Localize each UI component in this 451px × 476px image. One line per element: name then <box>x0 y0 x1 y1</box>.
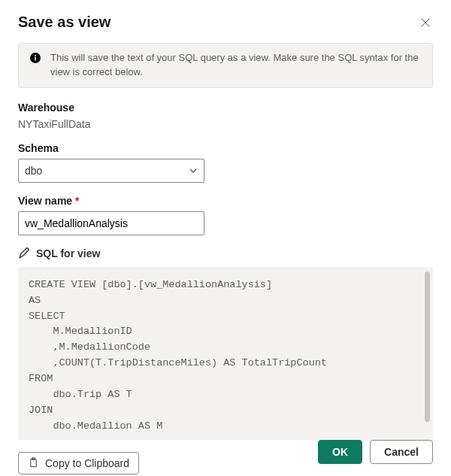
schema-label: Schema <box>18 142 433 154</box>
sql-edit-icon <box>18 247 30 259</box>
info-banner: This will save the text of your SQL quer… <box>18 43 433 88</box>
svg-rect-4 <box>35 55 36 56</box>
cancel-button[interactable]: Cancel <box>370 440 433 464</box>
viewname-input[interactable] <box>18 211 204 235</box>
schema-select[interactable]: dbo <box>18 159 204 183</box>
svg-rect-3 <box>35 57 36 61</box>
sql-code-box: CREATE VIEW [dbo].[vw_MedallionAnalysis]… <box>18 267 433 440</box>
clipboard-icon <box>28 457 39 468</box>
ok-button[interactable]: OK <box>318 440 362 464</box>
warehouse-value: NYTaxiFullData <box>18 118 433 130</box>
copy-to-clipboard-button[interactable]: Copy to Clipboard <box>18 452 139 474</box>
info-text: This will save the text of your SQL quer… <box>50 51 422 80</box>
warehouse-label: Warehouse <box>18 102 433 114</box>
viewname-label: View name * <box>18 195 433 207</box>
close-button[interactable] <box>418 15 433 30</box>
sql-code-scroll[interactable]: CREATE VIEW [dbo].[vw_MedallionAnalysis]… <box>29 277 422 429</box>
sql-code-text: CREATE VIEW [dbo].[vw_MedallionAnalysis]… <box>29 277 422 429</box>
copy-button-label: Copy to Clipboard <box>45 457 129 469</box>
info-icon <box>29 52 41 64</box>
chevron-down-icon <box>189 166 198 175</box>
required-asterisk: * <box>75 195 79 207</box>
schema-select-value: dbo <box>25 165 42 177</box>
viewname-label-text: View name <box>18 195 72 207</box>
dialog-title: Save as view <box>18 14 110 31</box>
close-icon <box>420 17 431 28</box>
sql-section-title: SQL for view <box>36 247 100 259</box>
